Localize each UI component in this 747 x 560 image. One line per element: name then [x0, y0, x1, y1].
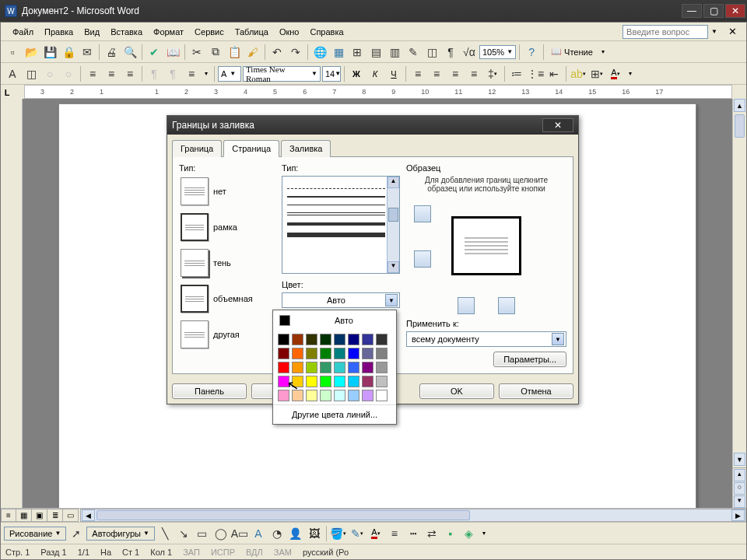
dialog-close-button[interactable]: ✕ — [542, 118, 573, 132]
scroll-left-button[interactable]: ◀ — [82, 509, 95, 521]
copy-button[interactable]: ⧉ — [207, 44, 224, 61]
vertical-ruler[interactable] — [1, 99, 23, 508]
styles-button[interactable]: A — [4, 65, 21, 82]
web-view-button[interactable]: ▦ — [16, 509, 32, 522]
color-swatch[interactable] — [306, 376, 317, 387]
color-swatch[interactable] — [362, 362, 374, 373]
color-combo[interactable]: Авто ▼ — [282, 292, 400, 308]
color-swatch[interactable] — [320, 362, 331, 373]
rtl-button[interactable]: ¶ — [164, 65, 181, 82]
color-swatch[interactable] — [292, 348, 303, 359]
drawing-menu[interactable]: Рисование▼ — [4, 527, 66, 541]
line-spacing-button[interactable]: ‡▾ — [484, 65, 501, 82]
cancel-button[interactable]: Отмена — [499, 383, 573, 399]
color-swatch[interactable] — [348, 334, 359, 345]
horizontal-scrollbar[interactable]: ◀ ▶ — [80, 509, 746, 522]
status-lang[interactable]: русский (Ро — [303, 548, 349, 557]
color-swatch[interactable] — [348, 390, 359, 401]
view3-button[interactable]: ○ — [60, 65, 77, 82]
color-swatch[interactable] — [306, 362, 317, 373]
clipart-button[interactable]: 👤 — [287, 525, 304, 542]
status-ovr[interactable]: ЗАМ — [274, 548, 292, 557]
rectangle-button[interactable]: ▭ — [194, 525, 211, 542]
reading-mode-button[interactable]: 📖Чтение — [547, 44, 597, 61]
oval-button[interactable]: ◯ — [212, 525, 230, 542]
bold-button[interactable]: Ж — [348, 65, 365, 82]
dash-style-button[interactable]: ┅ — [405, 525, 422, 542]
new-button[interactable]: ▫ — [4, 44, 21, 61]
paste-button[interactable]: 📋 — [226, 44, 243, 61]
outline-view-button[interactable]: ≣ — [47, 509, 63, 522]
diagram-button[interactable]: ◔ — [268, 525, 286, 542]
edge-right-button[interactable] — [498, 297, 515, 314]
menu-edit[interactable]: Правка — [39, 25, 79, 39]
permissions-button[interactable]: 🔒 — [60, 44, 77, 61]
color-swatch[interactable] — [362, 390, 374, 401]
menu-view[interactable]: Вид — [79, 25, 105, 39]
color-swatch[interactable] — [376, 390, 388, 401]
type-3d[interactable]: объемная — [179, 283, 275, 314]
more-colors-item[interactable]: Другие цвета линий... — [273, 404, 396, 424]
align1-button[interactable]: ≡ — [84, 65, 101, 82]
color-swatch[interactable] — [278, 362, 289, 373]
line-button[interactable]: ╲ — [156, 525, 174, 542]
close-button[interactable]: ✕ — [725, 4, 745, 18]
color-swatch[interactable] — [348, 376, 359, 387]
autoshapes-menu[interactable]: Автофигуры▼ — [86, 527, 155, 541]
color-swatch[interactable] — [376, 348, 388, 359]
tbopt2-button[interactable]: ▾ — [202, 65, 211, 82]
highlight-button[interactable]: ab▾ — [570, 65, 587, 82]
tb-more-button[interactable]: ▾ — [626, 65, 635, 82]
color-swatch[interactable] — [334, 348, 345, 359]
type-box[interactable]: рамка — [179, 212, 275, 243]
wordart-button[interactable]: A — [250, 525, 267, 542]
edge-bottom-button[interactable] — [414, 250, 431, 268]
apply-dropdown-button[interactable]: ▼ — [552, 333, 564, 345]
color-auto-item[interactable]: Авто — [273, 310, 396, 331]
shadow-button[interactable]: ▪ — [442, 525, 459, 542]
font-color-draw-button[interactable]: A▾ — [367, 525, 384, 542]
select-browse-button[interactable]: ○ — [734, 482, 745, 495]
type-custom[interactable]: другая — [179, 319, 275, 350]
scroll-down-button[interactable]: ▼ — [734, 453, 745, 466]
tab-shading[interactable]: Заливка — [281, 140, 331, 157]
cut-button[interactable]: ✂ — [188, 44, 205, 61]
style-select[interactable]: A▼ — [218, 66, 241, 82]
color-swatch[interactable] — [292, 362, 303, 373]
reading-view-button[interactable]: ▭ — [63, 509, 79, 522]
color-swatch[interactable] — [362, 376, 374, 387]
menu-help[interactable]: Справка — [304, 25, 349, 39]
horizontal-ruler[interactable]: L 3211234567891011121314151617 — [24, 85, 732, 99]
help-search-input[interactable] — [622, 25, 708, 39]
tab-button[interactable]: L — [2, 86, 12, 100]
color-swatch[interactable] — [362, 348, 374, 359]
edge-top-button[interactable] — [414, 205, 431, 222]
align2-button[interactable]: ≡ — [103, 65, 120, 82]
h-scroll-thumb[interactable] — [96, 510, 470, 520]
justify-button[interactable]: ≡ — [465, 65, 482, 82]
align-left-button[interactable]: ≡ — [409, 65, 426, 82]
preview-page[interactable] — [451, 216, 521, 275]
indent-button[interactable]: ⇤ — [545, 65, 563, 82]
color-swatch[interactable] — [320, 390, 331, 401]
color-swatch[interactable] — [362, 334, 374, 345]
zoom-select[interactable]: 105%▼ — [479, 45, 516, 59]
picture-button[interactable]: 🖼 — [306, 525, 323, 542]
insert-table-button[interactable]: ⊞ — [349, 44, 366, 61]
color-swatch[interactable] — [278, 334, 289, 345]
color-swatch[interactable] — [348, 362, 359, 373]
next-page-button[interactable]: ▾ — [734, 495, 745, 508]
color-swatch[interactable] — [348, 348, 359, 359]
vertical-scrollbar[interactable]: ▲ ▼ ▴ ○ ▾ — [732, 99, 746, 508]
options-button[interactable]: Параметры... — [493, 352, 566, 367]
bullets-button[interactable]: ⋮≡ — [527, 65, 544, 82]
color-swatch[interactable] — [376, 376, 388, 387]
scroll-right-button[interactable]: ▶ — [731, 509, 745, 521]
menu-window[interactable]: Окно — [274, 25, 305, 39]
type-shadow[interactable]: тень — [179, 247, 275, 278]
mail-button[interactable]: ✉ — [79, 44, 96, 61]
menu-format[interactable]: Формат — [148, 25, 189, 39]
italic-button[interactable]: К — [366, 65, 384, 82]
docmap-button[interactable]: ◫ — [423, 44, 440, 61]
arrow-button[interactable]: ↘ — [175, 525, 192, 542]
